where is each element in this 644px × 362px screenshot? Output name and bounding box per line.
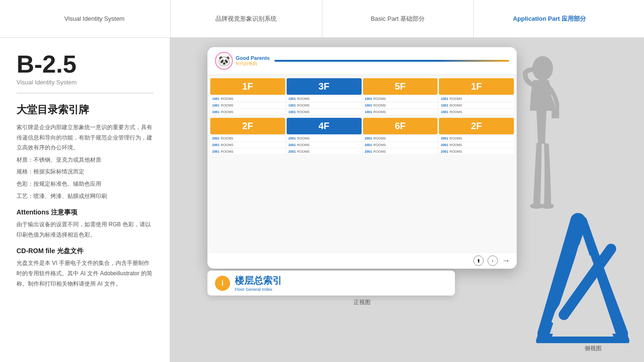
room-row: 1001ROOMS	[439, 109, 514, 115]
floor-label-2f-b: 2F	[439, 118, 514, 134]
floor-label-6f: 6F	[363, 118, 438, 134]
room-row: 2001ROOMS	[363, 149, 438, 154]
room-row: 2001ROOMS	[287, 142, 362, 148]
content-area: 🐼 Good Parents 时代好爸妈 1F 100	[170, 38, 644, 362]
logo-text: Good Parents 时代好爸妈	[236, 55, 270, 67]
sidebar: B-2.5 Visual Identity System 大堂目录索引牌 索引牌…	[0, 38, 170, 362]
nav-item-app[interactable]: Application Part 应用部分	[473, 0, 625, 38]
room-row: 1001ROOMS	[287, 109, 362, 115]
logo-icon: 🐼	[215, 52, 233, 70]
cdrom-body: 光盘文件是本 VI 手册电子文件的集合，内含手册制作时的专用软件格式。其中 AI…	[17, 258, 153, 289]
attention-body: 由于输出设备的设置不同，如需使用 RGB 色彩，请以印刷色值为标准选择相近色彩。	[17, 220, 153, 240]
room-row: 1001ROOMS	[210, 96, 285, 101]
floor-label-5f: 5F	[363, 78, 438, 95]
floor-col-1: 1F 1001ROOMS 1001ROOMS 1001ROOMS 2F 2001…	[210, 78, 285, 249]
floor-label-1f: 1F	[210, 78, 285, 95]
sign-grid: 1F 1001ROOMS 1001ROOMS 1001ROOMS 2F 2001…	[207, 75, 517, 252]
room-row: 2001ROOMS	[439, 149, 514, 154]
sign-header: 🐼 Good Parents 时代好爸妈	[207, 47, 517, 75]
room-row: 1001ROOMS	[439, 103, 514, 108]
nav-item-brand[interactable]: 品牌视觉形象识别系统	[170, 0, 322, 38]
nav-items: Visual Identity System 品牌视觉形象识别系统 Basic …	[19, 0, 625, 38]
bottom-sign-title: 楼层总索引	[235, 274, 282, 287]
floor-col-2: 3F 1001ROOMS 1001ROOMS 1001ROOMS 4F 2001…	[287, 78, 362, 249]
room-row: 1001ROOMS	[287, 103, 362, 108]
floor-label-1f-b: 1F	[439, 78, 514, 95]
room-row: 1001ROOMS	[363, 109, 438, 115]
floor-label-2f: 2F	[210, 118, 285, 134]
icon-elevator: ⬆	[473, 255, 484, 266]
nav-item-vis[interactable]: Visual Identity System	[19, 0, 170, 38]
bottom-sign-sub: Floor General Index	[235, 287, 282, 292]
room-row: 1001ROOMS	[287, 96, 362, 101]
sign-logo: 🐼 Good Parents 时代好爸妈	[215, 52, 270, 70]
sign-display: 🐼 Good Parents 时代好爸妈 1F 100	[207, 47, 517, 324]
page-code: B-2.5	[17, 52, 153, 76]
floor-label-3f: 3F	[287, 78, 362, 95]
caption-front: 正视图	[207, 298, 517, 306]
floor-col-3: 5F 1001ROOMS 1001ROOMS 1001ROOMS 6F 2001…	[363, 78, 438, 249]
room-row: 1001ROOMS	[210, 109, 285, 115]
info-icon: i	[215, 276, 230, 291]
svg-rect-1	[552, 111, 559, 118]
room-row: 2001ROOMS	[287, 136, 362, 141]
main-content: B-2.5 Visual Identity System 大堂目录索引牌 索引牌…	[0, 38, 644, 362]
svg-point-0	[532, 56, 553, 81]
icon-info: i	[487, 255, 498, 266]
room-row: 2001ROOMS	[210, 149, 285, 154]
cdrom-title: CD-ROM file 光盘文件	[17, 247, 153, 255]
bottom-sign: i 楼层总索引 Floor General Index	[207, 271, 455, 296]
top-navigation: Visual Identity System 品牌视觉形象识别系统 Basic …	[0, 0, 644, 38]
section-title: 大堂目录索引牌	[17, 103, 153, 117]
room-row: 2001ROOMS	[439, 142, 514, 148]
caption-side: 侧视图	[585, 345, 602, 353]
arrow-sign-graphic	[531, 206, 635, 343]
floor-label-4f: 4F	[287, 118, 362, 134]
header-line	[274, 60, 509, 62]
room-row: 2001ROOMS	[210, 136, 285, 141]
room-row: 2001ROOMS	[210, 142, 285, 148]
room-row: 1001ROOMS	[439, 96, 514, 101]
attention-title: Attentions 注意事项	[17, 208, 153, 217]
room-row: 2001ROOMS	[363, 136, 438, 141]
sign-footer: ⬆ i →	[207, 252, 517, 269]
sign-board: 🐼 Good Parents 时代好爸妈 1F 100	[207, 47, 517, 269]
nav-item-basic[interactable]: Basic Part 基础部分	[322, 0, 474, 38]
room-row: 1001ROOMS	[210, 103, 285, 108]
room-row: 1001ROOMS	[363, 96, 438, 101]
page-subtitle: Visual Identity System	[17, 79, 153, 86]
room-row: 2001ROOMS	[439, 136, 514, 141]
arrow-icon: →	[502, 256, 510, 266]
room-row: 2001ROOMS	[287, 149, 362, 154]
room-row: 1001ROOMS	[363, 103, 438, 108]
bottom-sign-text-wrap: 楼层总索引 Floor General Index	[235, 274, 282, 292]
room-row: 2001ROOMS	[363, 142, 438, 148]
floor-col-4: 1F 1001ROOMS 1001ROOMS 1001ROOMS 2F 2001…	[439, 78, 514, 249]
section-description: 索引牌是企业内部建立形象统一意识的重要方式，具有传递信息和导向的功能，有助于规范…	[17, 123, 153, 201]
divider-top	[17, 93, 153, 93]
